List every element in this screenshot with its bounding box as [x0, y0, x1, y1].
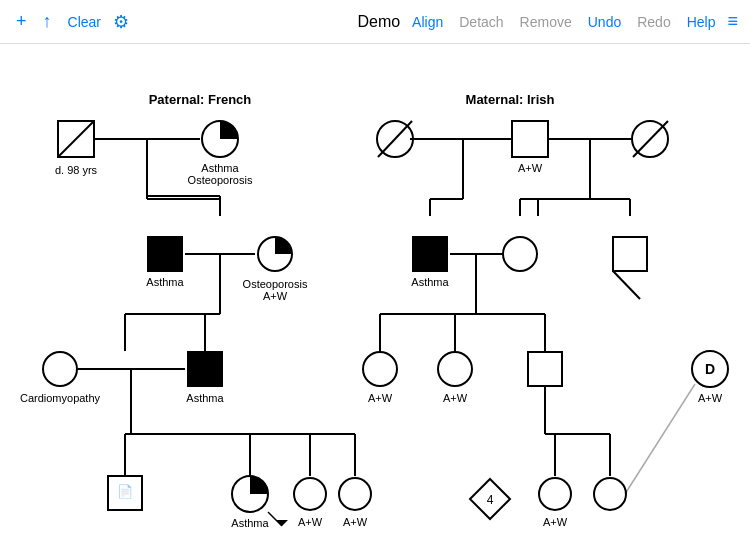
- align-button[interactable]: Align: [408, 10, 447, 34]
- svg-text:Cardiomyopathy: Cardiomyopathy: [20, 392, 101, 404]
- undo-button[interactable]: Undo: [584, 10, 625, 34]
- node-f2: [363, 352, 397, 386]
- svg-text:Asthma: Asthma: [411, 276, 449, 288]
- svg-text:4: 4: [487, 493, 494, 507]
- node-d2: [539, 478, 571, 510]
- svg-text:Osteoporosis: Osteoporosis: [188, 174, 253, 186]
- node-gp3: [512, 121, 548, 157]
- svg-text:A+W: A+W: [518, 162, 543, 174]
- pedigree-svg: Paternal: French Maternal: Irish: [0, 44, 750, 548]
- clear-button[interactable]: Clear: [64, 10, 105, 34]
- node-c3: [294, 478, 326, 510]
- svg-text:A+W: A+W: [368, 392, 393, 404]
- svg-line-42: [625, 384, 695, 494]
- svg-line-62: [268, 512, 282, 526]
- settings-icon[interactable]: ⚙: [113, 11, 129, 33]
- remove-button[interactable]: Remove: [516, 10, 576, 34]
- node-f3: [438, 352, 472, 386]
- maternal-label: Maternal: Irish: [466, 92, 555, 107]
- svg-text:Asthma: Asthma: [186, 392, 224, 404]
- node-f4: [528, 352, 562, 386]
- node-d3: [594, 478, 626, 510]
- menu-icon[interactable]: ≡: [727, 11, 738, 32]
- svg-text:📄: 📄: [117, 483, 134, 500]
- toolbar: + ↑ Clear ⚙ Demo Align Detach Remove Und…: [0, 0, 750, 44]
- svg-text:A+W: A+W: [698, 392, 723, 404]
- svg-text:A+W: A+W: [543, 516, 568, 528]
- node-m3: [613, 237, 647, 271]
- svg-text:Asthma: Asthma: [201, 162, 239, 174]
- svg-text:A+W: A+W: [343, 516, 368, 528]
- svg-text:Asthma: Asthma: [231, 517, 269, 529]
- svg-line-43: [58, 121, 94, 157]
- svg-text:Osteoporosis: Osteoporosis: [243, 278, 308, 290]
- help-button[interactable]: Help: [683, 10, 720, 34]
- svg-line-54: [613, 271, 640, 299]
- node-m2: [503, 237, 537, 271]
- node-proband-father: [188, 352, 222, 386]
- node-c4: [339, 478, 371, 510]
- svg-text:A+W: A+W: [263, 290, 288, 302]
- pedigree-canvas[interactable]: Paternal: French Maternal: Irish: [0, 44, 750, 548]
- svg-text:A+W: A+W: [443, 392, 468, 404]
- redo-button[interactable]: Redo: [633, 10, 674, 34]
- page-title: Demo: [357, 13, 400, 31]
- detach-button[interactable]: Detach: [455, 10, 507, 34]
- node-p1: [148, 237, 182, 271]
- node-p2: [413, 237, 447, 271]
- svg-text:D: D: [705, 361, 715, 377]
- node-proband-mother: [43, 352, 77, 386]
- svg-marker-63: [276, 520, 288, 526]
- add-button[interactable]: +: [12, 7, 31, 36]
- svg-text:A+W: A+W: [298, 516, 323, 528]
- svg-text:Asthma: Asthma: [146, 276, 184, 288]
- svg-text:d. 98 yrs: d. 98 yrs: [55, 164, 98, 176]
- paternal-label: Paternal: French: [149, 92, 252, 107]
- share-button[interactable]: ↑: [39, 7, 56, 36]
